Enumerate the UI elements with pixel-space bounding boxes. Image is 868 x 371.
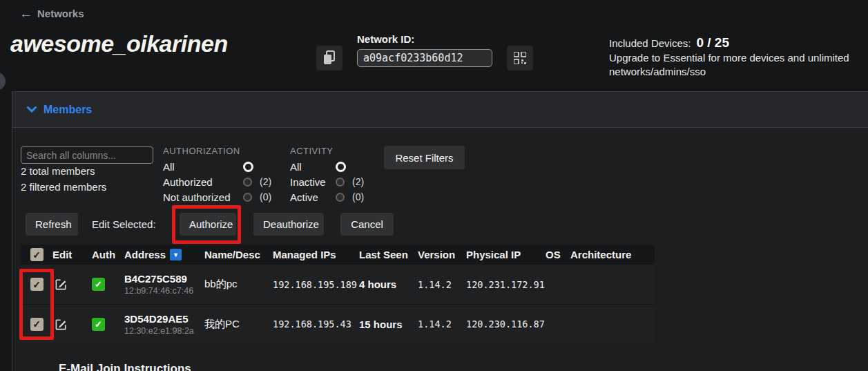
col-header-last-seen: Last Seen [359, 249, 418, 260]
col-header-physical-ip: Physical IP [466, 249, 546, 260]
edit-member-button[interactable] [55, 318, 68, 331]
radio-selected-icon[interactable] [336, 162, 346, 172]
radio-option-label: Inactive [290, 176, 336, 188]
deauthorize-button[interactable]: Deauthorize [253, 213, 324, 236]
member-mac: 12:b9:74:46:c7:46 [124, 286, 204, 296]
included-devices-label: Included Devices: [609, 37, 691, 50]
reset-filters-button[interactable]: Reset Filters [384, 146, 465, 169]
member-version: 1.14.2 [418, 318, 466, 330]
copy-icon [322, 50, 336, 66]
row-checkbox[interactable] [30, 318, 44, 331]
qr-code-icon [514, 52, 526, 64]
col-header-auth: Auth [92, 249, 124, 260]
radio-option-label: Not authorized [163, 191, 243, 203]
radio-option-count: (2) [255, 176, 279, 187]
chevron-down-icon [27, 106, 37, 113]
member-address: 3D54D29AE5 [124, 313, 204, 325]
member-version: 1.14.2 [418, 279, 466, 290]
sort-descending-icon[interactable]: ▼ [170, 249, 182, 260]
member-last-seen: 15 hours [359, 318, 418, 330]
col-header-architecture: Architecture [570, 249, 655, 260]
upgrade-text: Upgrade to Essential for more devices an… [609, 51, 867, 79]
total-members-text: 2 total members [21, 165, 95, 177]
col-header-address-label: Address [124, 249, 166, 260]
members-section-header[interactable]: Members [12, 92, 868, 128]
member-row: 3D54D29AE5 12:30:e2:e1:98:2a 我的PC 192.16… [21, 304, 655, 343]
authorization-filter-label: AUTHORIZATION [163, 146, 279, 156]
radio-option-active[interactable]: Active (0) [290, 189, 372, 204]
authorized-check-icon[interactable] [92, 318, 105, 331]
col-header-edit: Edit [52, 249, 92, 260]
cancel-button[interactable]: Cancel [340, 213, 394, 236]
qr-code-button[interactable] [507, 46, 533, 70]
member-row: B4C275C589 12:b9:74:46:c7:46 bb的pc 192.1… [21, 265, 655, 304]
page-title: awesome_oikarinen [10, 30, 228, 57]
col-header-os: OS [546, 249, 570, 260]
refresh-button[interactable]: Refresh [26, 213, 78, 236]
radio-option-not-authorized[interactable]: Not authorized (0) [163, 189, 279, 204]
help-widget-partial [0, 72, 6, 91]
copy-network-id-button[interactable] [316, 46, 343, 70]
col-header-name: Name/Desc [204, 249, 273, 260]
radio-icon[interactable] [336, 193, 345, 202]
radio-option-all[interactable]: All [290, 159, 372, 174]
edit-selected-label: Edit Selected: [92, 218, 156, 230]
radio-option-label: All [163, 161, 243, 173]
radio-icon[interactable] [243, 178, 252, 187]
radio-option-label: Authorized [163, 176, 243, 188]
select-all-checkbox[interactable] [30, 248, 44, 261]
radio-icon[interactable] [336, 178, 345, 187]
member-address: B4C275C589 [124, 273, 204, 285]
radio-selected-icon[interactable] [243, 162, 253, 172]
authorization-filter-group: AUTHORIZATION All Authorized (2) Not aut… [163, 146, 279, 204]
edit-member-button[interactable] [55, 278, 68, 291]
member-last-seen: 4 hours [359, 278, 418, 290]
search-input[interactable] [21, 146, 153, 164]
radio-icon[interactable] [243, 193, 252, 202]
member-managed-ips: 192.168.195.43 [273, 318, 359, 330]
member-physical-ip: 120.231.172.91 [466, 279, 546, 290]
network-id-label: Network ID: [357, 33, 414, 45]
col-header-managed-ips: Managed IPs [273, 249, 359, 260]
included-devices-block: Included Devices: 0 / 25 Upgrade to Esse… [609, 36, 867, 79]
radio-option-all[interactable]: All [163, 159, 279, 174]
included-devices-count: 0 / 25 [696, 36, 729, 50]
radio-option-count: (0) [348, 191, 372, 202]
row-checkbox[interactable] [30, 278, 44, 291]
col-header-version: Version [418, 249, 466, 260]
members-section-title: Members [44, 104, 92, 116]
authorized-check-icon[interactable] [92, 278, 105, 291]
breadcrumb-label: Networks [37, 8, 84, 19]
member-physical-ip: 120.230.116.87 [466, 318, 546, 330]
back-arrow-icon: ← [19, 7, 32, 20]
edit-icon [55, 318, 68, 331]
member-name: 我的PC [204, 318, 273, 331]
member-name: bb的pc [204, 278, 273, 291]
activity-filter-label: ACTIVITY [290, 146, 372, 156]
radio-option-label: Active [290, 191, 336, 203]
edit-icon [55, 278, 68, 291]
activity-filter-group: ACTIVITY All Inactive (2) Active (0) [290, 146, 372, 204]
member-managed-ips: 192.168.195.189 [273, 279, 359, 290]
member-mac: 12:30:e2:e1:98:2a [124, 326, 204, 336]
radio-option-label: All [290, 161, 336, 173]
email-join-instructions-heading: E-Mail Join Instructions [59, 362, 191, 371]
breadcrumb-networks[interactable]: ← Networks [19, 7, 84, 20]
authorize-button[interactable]: Authorize [180, 213, 236, 236]
filtered-members-text: 2 filtered members [21, 181, 106, 193]
radio-option-inactive[interactable]: Inactive (2) [290, 174, 372, 189]
radio-option-count: (2) [348, 176, 372, 187]
radio-option-authorized[interactable]: Authorized (2) [163, 174, 279, 189]
network-detail-page: ← Networks awesome_oikarinen Network ID:… [0, 0, 868, 371]
members-table-header: Edit Auth Address ▼ Name/Desc Managed IP… [21, 245, 655, 265]
radio-option-count: (0) [255, 191, 279, 202]
network-id-input[interactable] [357, 49, 492, 67]
col-header-address[interactable]: Address ▼ [124, 249, 204, 260]
